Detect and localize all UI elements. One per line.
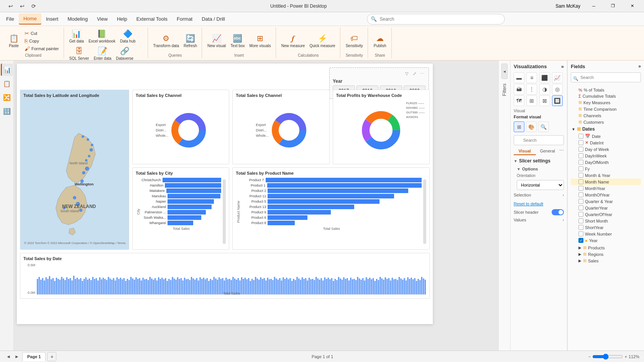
fields-expand[interactable]: » [638, 64, 641, 69]
fields-search-input[interactable] [571, 72, 641, 82]
format-search-tab-icon[interactable]: 🔍 [538, 121, 549, 132]
visualizations-expand[interactable]: » [561, 64, 564, 69]
field-products[interactable]: ▶ ⊞ Products [571, 244, 641, 251]
tab-visual[interactable]: Visual [514, 147, 536, 155]
menu-modeling[interactable]: Modeling [63, 14, 92, 24]
field-cumulative-totals[interactable]: Σ Cumulative Totals [571, 93, 641, 99]
quarteryear-checkbox[interactable] [578, 205, 583, 210]
refresh-data-button[interactable]: 🔄 Refresh [182, 33, 199, 49]
viz-table[interactable]: ⊞ [526, 95, 537, 106]
new-measure-button[interactable]: 𝒇 New measure [280, 33, 307, 49]
shortyear-checkbox[interactable] [578, 225, 583, 230]
data-hub-button[interactable]: 🔷 Data hub [118, 28, 137, 44]
field-monthofyear[interactable]: MonthOfYear [571, 192, 641, 198]
viz-clustered-bar[interactable]: ≡ [526, 72, 537, 83]
copy-button[interactable]: ⎘ Copy [23, 38, 61, 44]
undo-button[interactable]: ↩ [6, 2, 15, 11]
product-scrollbar[interactable] [423, 179, 426, 244]
field-dayinweek[interactable]: DayInWeek [571, 152, 641, 159]
field-month-name[interactable]: Month Name [571, 179, 641, 185]
ribbon-search-input[interactable] [367, 14, 505, 25]
menu-data-drill[interactable]: Data / Drill [197, 14, 230, 24]
format-painter-button[interactable]: 🖌 Format painter [23, 45, 61, 52]
menu-format[interactable]: Format [172, 14, 197, 24]
viz-scatter[interactable]: ⋮ [526, 84, 537, 95]
year-checkbox[interactable]: ✓ [578, 238, 583, 243]
viz-map[interactable]: 🗺 [514, 95, 524, 106]
text-box-button[interactable]: 🔤 Text box [229, 33, 246, 49]
sensitivity-button[interactable]: 🏷 Sensitivity [344, 33, 365, 49]
get-data-button[interactable]: 📊 Get data [68, 28, 85, 44]
field-time-comparison[interactable]: ⊞ Time Comparison [571, 106, 641, 112]
menu-external-tools[interactable]: External Tools [132, 14, 172, 24]
field-pct-totals[interactable]: % % of Totals [571, 87, 641, 93]
field-month-year[interactable]: Month & Year [571, 172, 641, 179]
month-name-checkbox[interactable] [578, 179, 583, 184]
monthyear-checkbox[interactable] [578, 186, 583, 191]
field-date[interactable]: 📅 Date [571, 133, 641, 139]
redo-button[interactable]: ↩ [18, 2, 27, 11]
quarter-year-checkbox[interactable] [578, 199, 583, 204]
short-month-checkbox[interactable] [578, 218, 583, 223]
viz-stacked-col[interactable]: ⬛ [539, 72, 550, 83]
reset-to-default-link[interactable]: Reset to default [514, 201, 543, 206]
month-year-checkbox[interactable] [578, 173, 583, 178]
field-short-month[interactable]: Short Month [571, 218, 641, 224]
zoom-slider[interactable] [592, 354, 623, 360]
excel-workbook-button[interactable]: 📗 Excel workbook [87, 28, 117, 44]
field-monthyear[interactable]: MonthYear [571, 185, 641, 192]
slicer-header-row[interactable]: Slicer header [514, 208, 564, 216]
dayofweek-checkbox[interactable] [578, 147, 583, 152]
menu-home[interactable]: Home [19, 13, 41, 25]
model-view-icon[interactable]: 🔀 [1, 91, 13, 103]
dax-query-icon[interactable]: 🔢 [1, 105, 13, 117]
field-shortyear[interactable]: ShortYear [571, 224, 641, 231]
slicer-options-header[interactable]: ▼ Options [517, 166, 564, 172]
tab-general[interactable]: General [537, 147, 559, 155]
prev-page-arrow[interactable]: ◄ [5, 353, 12, 360]
field-quarterofyear[interactable]: QuarterOfYear [571, 211, 641, 218]
slicer-expand-icon[interactable]: ⤢ [411, 70, 418, 77]
slicer-more-icon[interactable]: ⋯ [419, 70, 426, 77]
dataverse-button[interactable]: 🔗 Dataverse [115, 46, 135, 61]
viz-line[interactable]: 📈 [552, 72, 563, 83]
fy-checkbox[interactable] [578, 166, 583, 171]
field-sales[interactable]: ▶ ⊞ Sales [571, 257, 641, 264]
menu-file[interactable]: File [2, 14, 19, 24]
close-button[interactable]: ✕ [623, 0, 641, 12]
field-quarter-year[interactable]: Quarter & Year [571, 198, 641, 205]
city-scrollbar[interactable] [223, 179, 226, 244]
field-quarteryear[interactable]: QuarterYear [571, 205, 641, 211]
filter-panel-collapse[interactable]: ◄ [501, 64, 508, 79]
field-dayofmonth[interactable]: DayOfMonth [571, 159, 641, 165]
quarterofyear-checkbox[interactable] [578, 212, 583, 217]
minimize-button[interactable]: ─ [585, 0, 603, 12]
more-visuals-button[interactable]: ⊞ More visuals [248, 33, 273, 49]
slicer-settings-header[interactable]: ▼ Slicer settings [514, 157, 564, 164]
add-page-button[interactable]: + [47, 352, 56, 361]
tab-more-options[interactable]: ⋯ [559, 147, 564, 155]
date-checkbox[interactable] [578, 134, 583, 139]
slicer-header-toggle[interactable] [552, 209, 564, 215]
field-channels[interactable]: ⊞ Channels [571, 112, 641, 119]
enter-data-button[interactable]: 📝 Enter data [92, 46, 113, 61]
next-page-arrow[interactable]: ► [13, 353, 21, 360]
dayofmonth-checkbox[interactable] [578, 160, 583, 165]
viz-stacked-bar[interactable]: ▬ [514, 72, 524, 83]
restore-button[interactable]: ❐ [604, 0, 622, 12]
slicer-filter-icon[interactable]: ▽ [403, 70, 410, 77]
viz-search-input[interactable] [514, 135, 564, 145]
field-year[interactable]: ✓ ● Year [571, 237, 641, 244]
menu-view[interactable]: View [92, 14, 112, 24]
dateint-checkbox[interactable] [578, 140, 583, 145]
monthofyear-checkbox[interactable] [578, 192, 583, 197]
weeknumber-checkbox[interactable] [578, 231, 583, 236]
report-view-icon[interactable]: 📊 [1, 64, 13, 76]
viz-slicer[interactable]: 🔲 [552, 95, 563, 106]
format-visual-tab-icon[interactable]: 🎨 [526, 121, 537, 132]
field-dayofweek[interactable]: Day of Week [571, 146, 641, 152]
selection-row[interactable]: Selection › [514, 192, 564, 198]
quick-measure-button[interactable]: ⚡ Quick measure [308, 33, 337, 49]
field-weeknumber[interactable]: Week Number [571, 231, 641, 237]
transform-data-button[interactable]: ⚙ Transform data [152, 33, 181, 49]
